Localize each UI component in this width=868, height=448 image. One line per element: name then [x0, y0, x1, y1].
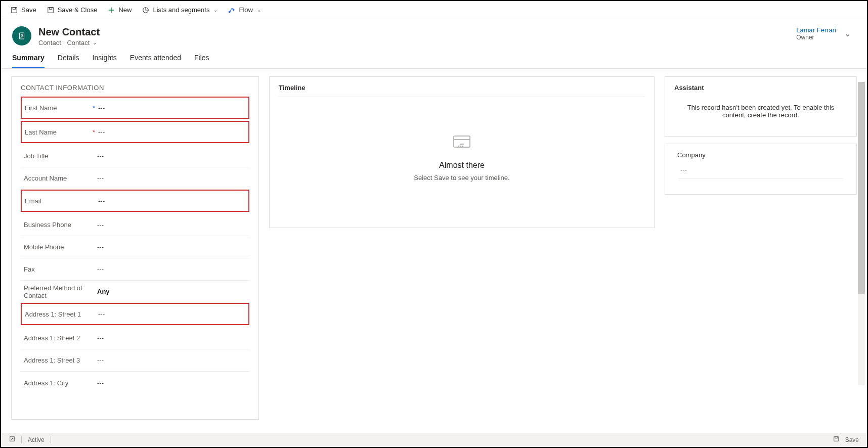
first-name-label: First Name [25, 104, 98, 112]
company-title: Company [674, 151, 847, 159]
owner-label: Owner [796, 34, 836, 41]
save-button[interactable]: Save [10, 6, 36, 14]
account-name-field[interactable]: --- [97, 174, 246, 182]
divider [21, 436, 22, 443]
business-phone-field[interactable]: --- [97, 221, 246, 229]
company-field[interactable]: --- [678, 162, 843, 179]
email-row[interactable]: Email --- [21, 190, 249, 212]
addr1-street3-row[interactable]: Address 1: Street 3 --- [21, 349, 249, 372]
mobile-phone-field[interactable]: --- [97, 243, 246, 251]
footer-save-label[interactable]: Save [845, 436, 859, 443]
divider [51, 436, 51, 443]
tab-insights[interactable]: Insights [93, 54, 117, 68]
fax-label: Fax [24, 265, 97, 273]
svg-rect-9 [454, 136, 470, 147]
tab-events[interactable]: Events attended [130, 54, 181, 68]
timeline-message: Select Save to see your timeline. [414, 174, 509, 182]
save-icon[interactable] [833, 436, 839, 443]
svg-point-10 [458, 146, 459, 147]
svg-point-12 [462, 146, 463, 147]
save-close-icon [47, 6, 55, 14]
last-name-row[interactable]: Last Name --- [21, 121, 249, 143]
addr1-city-field[interactable]: --- [97, 379, 246, 387]
toolbar: Save Save & Close New Lists and segments… [1, 1, 867, 19]
status-label: Active [28, 436, 45, 443]
tab-files[interactable]: Files [194, 54, 209, 68]
preferred-contact-field[interactable]: Any [97, 288, 246, 295]
lists-label: Lists and segments [153, 6, 209, 14]
addr1-street3-label: Address 1: Street 3 [24, 356, 97, 364]
addr1-city-row[interactable]: Address 1: City --- [21, 372, 249, 394]
chevron-down-icon[interactable]: ⌄ [93, 40, 97, 46]
chevron-down-icon: ⌄ [257, 7, 261, 13]
preferred-contact-row[interactable]: Preferred Method of Contact Any [21, 281, 249, 303]
last-name-field[interactable]: --- [98, 128, 245, 136]
svg-rect-1 [13, 7, 15, 9]
flow-label: Flow [239, 6, 252, 14]
contact-info-panel: CONTACT INFORMATION First Name --- Last … [11, 76, 259, 420]
section-title: CONTACT INFORMATION [21, 84, 249, 92]
popout-icon[interactable] [9, 436, 15, 443]
last-name-label: Last Name [25, 128, 98, 136]
job-title-row[interactable]: Job Title --- [21, 145, 249, 167]
save-icon [10, 6, 18, 14]
scrollbar[interactable] [858, 82, 865, 385]
flow-icon [228, 6, 236, 14]
timeline-heading: Almost there [439, 161, 485, 170]
tabs: Summary Details Insights Events attended… [1, 47, 867, 69]
addr1-street2-field[interactable]: --- [97, 334, 246, 342]
new-label: New [118, 6, 132, 14]
chevron-down-icon: ⌄ [213, 7, 218, 13]
addr1-street2-row[interactable]: Address 1: Street 2 --- [21, 327, 249, 349]
footer: Active Save [2, 433, 866, 446]
svg-point-8 [21, 34, 22, 36]
fax-field[interactable]: --- [97, 265, 246, 273]
email-field[interactable]: --- [98, 197, 245, 205]
business-phone-label: Business Phone [24, 221, 97, 229]
svg-rect-2 [48, 7, 53, 13]
content-area: CONTACT INFORMATION First Name --- Last … [1, 69, 867, 427]
job-title-label: Job Title [24, 152, 97, 160]
save-close-label: Save & Close [58, 6, 98, 14]
owner-name[interactable]: Lamar Ferrari [796, 26, 836, 34]
email-label: Email [25, 197, 98, 205]
timeline-title: Timeline [279, 84, 645, 92]
new-button[interactable]: New [107, 6, 132, 14]
save-close-button[interactable]: Save & Close [47, 6, 98, 14]
scrollbar-thumb[interactable] [858, 82, 865, 294]
tab-summary[interactable]: Summary [12, 54, 45, 68]
fax-row[interactable]: Fax --- [21, 258, 249, 281]
addr1-street1-label: Address 1: Street 1 [25, 310, 98, 318]
page-title: New Contact [38, 26, 100, 38]
account-name-label: Account Name [24, 174, 97, 182]
addr1-street1-row[interactable]: Address 1: Street 1 --- [21, 303, 249, 325]
account-name-row[interactable]: Account Name --- [21, 167, 249, 190]
addr1-street2-label: Address 1: Street 2 [24, 334, 97, 342]
tab-details[interactable]: Details [58, 54, 79, 68]
addr1-city-label: Address 1: City [24, 379, 97, 387]
business-phone-row[interactable]: Business Phone --- [21, 214, 249, 236]
first-name-field[interactable]: --- [98, 104, 245, 112]
addr1-street3-field[interactable]: --- [97, 356, 246, 364]
addr1-street1-field[interactable]: --- [98, 310, 245, 318]
form-selector[interactable]: Contact [67, 39, 90, 47]
svg-point-11 [460, 146, 461, 147]
job-title-field[interactable]: --- [97, 152, 246, 160]
segments-icon [142, 6, 150, 14]
timeline-panel: Timeline Almost there Select Save to see… [269, 76, 655, 228]
save-label: Save [21, 6, 36, 14]
folder-icon [450, 129, 474, 155]
svg-rect-3 [49, 7, 52, 9]
record-header: New Contact Contact · Contact ⌄ Lamar Fe… [1, 19, 867, 47]
plus-icon [107, 6, 115, 14]
svg-rect-14 [834, 437, 838, 441]
mobile-phone-row[interactable]: Mobile Phone --- [21, 236, 249, 258]
flow-button[interactable]: Flow ⌄ [228, 6, 261, 14]
first-name-row[interactable]: First Name --- [21, 97, 249, 119]
assistant-message: This record hasn't been created yet. To … [674, 97, 847, 129]
chevron-down-icon[interactable]: ⌄ [844, 29, 851, 38]
company-panel: Company --- [665, 144, 857, 195]
svg-rect-0 [12, 7, 17, 13]
lists-segments-button[interactable]: Lists and segments ⌄ [142, 6, 218, 14]
svg-point-6 [233, 9, 235, 10]
